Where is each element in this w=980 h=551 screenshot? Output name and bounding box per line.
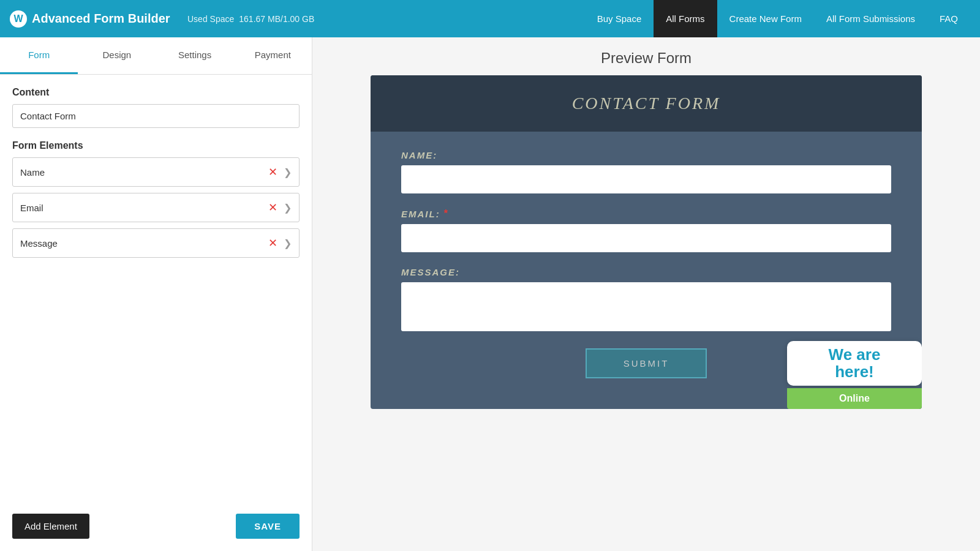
preview-field-label: NAME: [401, 150, 891, 160]
preview-field-group: MESSAGE: [401, 267, 891, 334]
nav-all-form-submissions[interactable]: All Form Submissions [814, 0, 927, 37]
nav-buy-space[interactable]: Buy Space [585, 0, 654, 37]
nav-all-forms[interactable]: All Forms [654, 0, 717, 37]
panel-content: Content Form Elements Name ✕ ❯ Email ✕ ❯… [0, 75, 312, 508]
nav-create-new-form[interactable]: Create New Form [717, 0, 814, 37]
element-row-name: Name [20, 167, 268, 178]
form-title-input[interactable] [12, 104, 300, 128]
element-row-actions: ✕ ❯ [268, 165, 292, 179]
element-row-actions: ✕ ❯ [268, 201, 292, 214]
add-element-button[interactable]: Add Element [12, 514, 89, 539]
form-element-row: Message ✕ ❯ [12, 228, 300, 258]
preview-field-label: EMAIL: * [401, 208, 891, 219]
right-panel: Preview Form CONTACT FORM NAME: EMAIL: *… [312, 37, 980, 551]
delete-element-icon[interactable]: ✕ [268, 236, 277, 250]
preview-title: Preview Form [601, 37, 692, 75]
tab-payment[interactable]: Payment [234, 37, 312, 74]
main-layout: Form Design Settings Payment Content For… [0, 37, 980, 551]
preview-field-input[interactable] [401, 224, 891, 252]
preview-field-group: NAME: [401, 150, 891, 193]
used-space-value: 161.67 MB/1.00 GB [239, 14, 314, 24]
expand-element-icon[interactable]: ❯ [284, 238, 292, 249]
content-section-label: Content [12, 87, 300, 98]
tab-form[interactable]: Form [0, 37, 78, 74]
tab-design[interactable]: Design [78, 37, 156, 74]
used-space-info: Used Space 161.67 MB/1.00 GB [187, 14, 585, 24]
used-space-label: Used Space [187, 14, 234, 24]
preview-form-title: CONTACT FORM [383, 94, 910, 113]
preview-form: CONTACT FORM NAME: EMAIL: * MESSAGE: SUB… [371, 75, 922, 409]
form-elements-label: Form Elements [12, 140, 300, 151]
chat-bubble-text: We arehere! [794, 346, 914, 381]
expand-element-icon[interactable]: ❯ [284, 167, 292, 178]
brand-icon: W [10, 10, 27, 28]
chat-bubble: We arehere! [787, 341, 922, 386]
preview-field-textarea[interactable] [401, 282, 891, 331]
panel-footer: Add Element SAVE [0, 508, 312, 551]
nav-faq[interactable]: FAQ [927, 0, 970, 37]
form-element-row: Email ✕ ❯ [12, 193, 300, 222]
top-nav-links: Buy Space All Forms Create New Form All … [585, 0, 970, 37]
top-navigation: W Advanced Form Builder Used Space 161.6… [0, 0, 980, 37]
brand-logo: W Advanced Form Builder [10, 10, 187, 28]
element-row-actions: ✕ ❯ [268, 236, 292, 250]
tab-settings[interactable]: Settings [156, 37, 234, 74]
preview-field-label: MESSAGE: [401, 267, 891, 277]
preview-fields-container: NAME: EMAIL: * MESSAGE: [401, 150, 891, 334]
left-panel: Form Design Settings Payment Content For… [0, 37, 312, 551]
element-row-name: Message [20, 238, 268, 249]
preview-field-group: EMAIL: * [401, 208, 891, 252]
chat-widget: We arehere! Online [787, 341, 922, 409]
brand-title: Advanced Form Builder [32, 12, 170, 26]
element-row-name: Email [20, 203, 268, 213]
preview-form-header: CONTACT FORM [371, 75, 922, 132]
delete-element-icon[interactable]: ✕ [268, 165, 277, 179]
form-elements-list: Name ✕ ❯ Email ✕ ❯ Message ✕ ❯ [12, 157, 300, 258]
preview-submit-button[interactable]: SUBMIT [586, 348, 707, 378]
chat-online-bar[interactable]: Online [787, 388, 922, 409]
expand-element-icon[interactable]: ❯ [284, 202, 292, 214]
required-indicator: * [444, 208, 449, 219]
preview-field-input[interactable] [401, 165, 891, 193]
delete-element-icon[interactable]: ✕ [268, 201, 277, 214]
save-button[interactable]: SAVE [236, 514, 300, 539]
tab-bar: Form Design Settings Payment [0, 37, 312, 75]
form-element-row: Name ✕ ❯ [12, 157, 300, 187]
